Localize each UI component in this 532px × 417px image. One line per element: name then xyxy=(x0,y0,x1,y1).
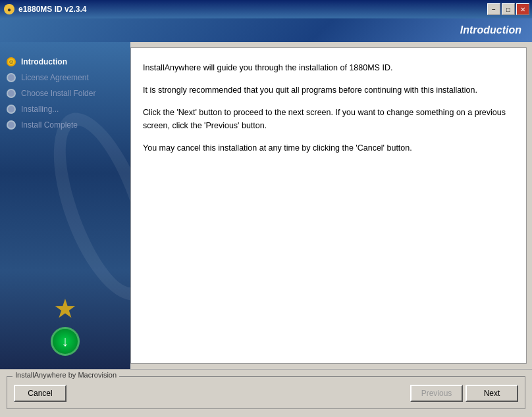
footer-group-label: InstallAnywhere by Macrovision xyxy=(13,371,119,379)
close-button[interactable]: ✕ xyxy=(516,3,529,15)
intro-text: InstallAnywhere will guide you through t… xyxy=(143,61,514,155)
main-window: Introduction ☺ Introduction License Agre… xyxy=(0,18,532,417)
sidebar-decoration: ★ ↓ xyxy=(0,237,130,369)
download-icon: ↓ xyxy=(51,327,80,356)
sidebar-label-license: License Agreement xyxy=(21,73,89,82)
nav-dot-installing xyxy=(7,105,16,114)
maximize-button[interactable]: □ xyxy=(502,3,515,15)
footer: InstallAnywhere by Macrovision Cancel Pr… xyxy=(0,369,532,417)
previous-button[interactable]: Previous xyxy=(410,385,463,402)
star-icon: ★ xyxy=(53,293,77,324)
intro-para-3: Click the 'Next' button to proceed to th… xyxy=(143,106,514,132)
page-title: Introduction xyxy=(460,24,521,36)
sidebar-nav: ☺ Introduction License Agreement Choose … xyxy=(0,49,130,138)
next-button[interactable]: Next xyxy=(466,385,518,402)
minimize-button[interactable]: − xyxy=(487,3,500,15)
footer-right-buttons: Previous Next xyxy=(410,385,518,402)
nav-dot-folder xyxy=(7,89,16,98)
main-content-panel: InstallAnywhere will guide you through t… xyxy=(130,47,527,364)
sidebar: ☺ Introduction License Agreement Choose … xyxy=(0,42,130,369)
content-area: ☺ Introduction License Agreement Choose … xyxy=(0,42,532,369)
app-title: e1880MS ID v2.3.4 xyxy=(18,5,86,14)
sidebar-label-introduction: Introduction xyxy=(21,57,67,66)
app-icon: ● xyxy=(4,4,14,14)
window-controls[interactable]: − □ ✕ xyxy=(487,3,529,15)
intro-para-2: It is strongly recommended that you quit… xyxy=(143,84,514,97)
intro-para-1: InstallAnywhere will guide you through t… xyxy=(143,61,514,74)
nav-dot-complete xyxy=(7,120,16,130)
sidebar-item-installing[interactable]: Installing... xyxy=(0,101,130,117)
sidebar-label-installing: Installing... xyxy=(21,105,59,114)
intro-para-4: You may cancel this installation at any … xyxy=(143,141,514,155)
sidebar-item-license[interactable]: License Agreement xyxy=(0,70,130,86)
footer-group: InstallAnywhere by Macrovision Cancel Pr… xyxy=(7,376,525,409)
footer-buttons: Cancel Previous Next xyxy=(14,382,518,403)
sidebar-item-complete[interactable]: Install Complete xyxy=(0,117,130,133)
sidebar-label-complete: Install Complete xyxy=(21,120,78,130)
nav-dot-introduction: ☺ xyxy=(7,57,16,66)
cancel-button[interactable]: Cancel xyxy=(14,385,66,402)
header-bar: Introduction xyxy=(0,18,532,42)
title-bar-title-group: ● e1880MS ID v2.3.4 xyxy=(4,4,86,14)
sidebar-label-folder: Choose Install Folder xyxy=(21,89,95,98)
sidebar-item-folder[interactable]: Choose Install Folder xyxy=(0,86,130,101)
sidebar-item-introduction[interactable]: ☺ Introduction xyxy=(0,54,130,70)
title-bar: ● e1880MS ID v2.3.4 − □ ✕ xyxy=(0,0,532,18)
nav-dot-license xyxy=(7,73,16,82)
